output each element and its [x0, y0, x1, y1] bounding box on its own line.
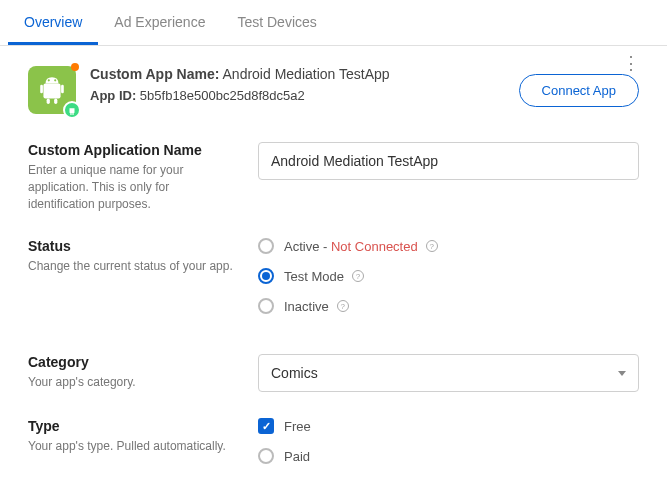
tab-test-devices[interactable]: Test Devices — [221, 0, 332, 45]
category-title: Category — [28, 354, 238, 370]
app-id-value: 5b5fb18e500bc25d8f8dc5a2 — [140, 88, 305, 103]
svg-rect-0 — [43, 84, 60, 99]
status-title: Status — [28, 238, 238, 254]
checkbox-free: Free — [258, 418, 639, 434]
radio-icon — [258, 448, 274, 464]
radio-icon — [258, 298, 274, 314]
section-category: Category Your app's category. Comics — [28, 354, 639, 392]
status-dot-icon — [71, 63, 79, 71]
radio-icon — [258, 238, 274, 254]
radio-inactive[interactable]: Inactive ? — [258, 298, 639, 314]
help-icon[interactable]: ? — [337, 300, 349, 312]
svg-rect-5 — [47, 99, 50, 104]
type-free-label: Free — [284, 419, 311, 434]
app-header: ⋮ Custom App Name: Android Mediation Tes… — [28, 66, 639, 114]
svg-rect-3 — [40, 85, 43, 94]
section-status: Status Change the current status of your… — [28, 238, 639, 328]
radio-label-inactive: Inactive — [284, 299, 329, 314]
help-icon[interactable]: ? — [426, 240, 438, 252]
radio-label-test-mode: Test Mode — [284, 269, 344, 284]
checkbox-icon — [258, 418, 274, 434]
category-select[interactable]: Comics — [258, 354, 639, 392]
radio-active[interactable]: Active - Not Connected ? — [258, 238, 639, 254]
connect-app-button[interactable]: Connect App — [519, 74, 639, 107]
android-robot-icon — [39, 75, 65, 105]
tab-ad-experience[interactable]: Ad Experience — [98, 0, 221, 45]
radio-icon — [258, 268, 274, 284]
app-name-value: Android Mediation TestApp — [223, 66, 390, 82]
tabs: Overview Ad Experience Test Devices — [0, 0, 667, 46]
app-name-title: Custom Application Name — [28, 142, 238, 158]
android-platform-badge — [63, 101, 81, 119]
section-app-name: Custom Application Name Enter a unique n… — [28, 142, 639, 212]
status-desc: Change the current status of your app. — [28, 258, 238, 275]
section-type: Type Your app's type. Pulled automatical… — [28, 418, 639, 478]
type-desc: Your app's type. Pulled automatically. — [28, 438, 238, 455]
svg-rect-4 — [61, 85, 64, 94]
type-title: Type — [28, 418, 238, 434]
radio-label-active: Active - Not Connected — [284, 239, 418, 254]
radio-test-mode[interactable]: Test Mode ? — [258, 268, 639, 284]
chevron-down-icon — [618, 371, 626, 376]
svg-rect-6 — [54, 99, 57, 104]
radio-paid: Paid — [258, 448, 639, 464]
help-icon[interactable]: ? — [352, 270, 364, 282]
app-name-desc: Enter a unique name for your application… — [28, 162, 238, 212]
svg-point-2 — [54, 79, 56, 81]
app-id-label: App ID: — [90, 88, 136, 103]
app-icon — [28, 66, 76, 114]
type-paid-label: Paid — [284, 449, 310, 464]
kebab-menu-icon[interactable]: ⋮ — [622, 52, 639, 74]
app-name-label: Custom App Name: — [90, 66, 219, 82]
category-value: Comics — [271, 365, 318, 381]
svg-point-1 — [48, 79, 50, 81]
tab-overview[interactable]: Overview — [8, 0, 98, 45]
category-desc: Your app's category. — [28, 374, 238, 391]
app-name-input[interactable] — [258, 142, 639, 180]
